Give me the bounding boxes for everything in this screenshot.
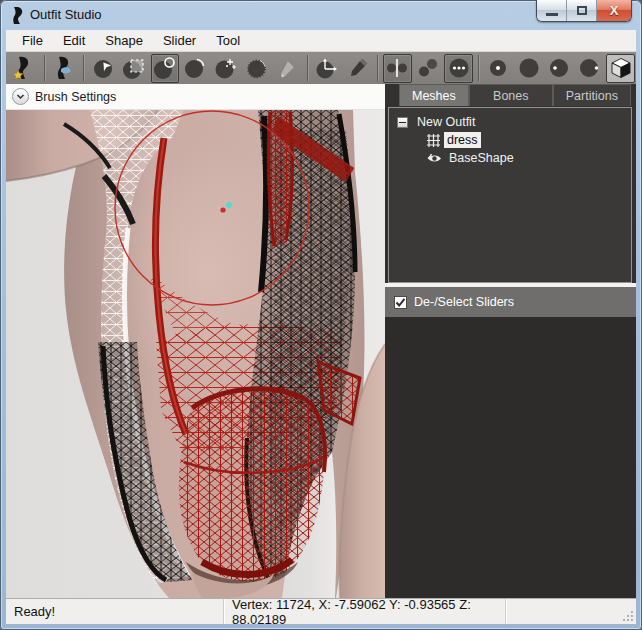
deflate-brush-icon[interactable] bbox=[181, 54, 210, 83]
brush-center-marker bbox=[220, 207, 225, 212]
tree-root-label: New Outfit bbox=[414, 114, 478, 130]
panel-tabs: Meshes Bones Partitions bbox=[385, 84, 636, 106]
status-vertex-pane: Vertex: 11724, X: -7.59062 Y: -0.93565 Z… bbox=[224, 599, 506, 624]
vertex-hover-marker bbox=[226, 202, 232, 208]
right-panel: Meshes Bones Partitions New Outfit dress… bbox=[385, 84, 636, 598]
window-controls: X bbox=[536, 0, 632, 22]
window-title: Outfit Studio bbox=[30, 7, 102, 22]
brush-dot-center-icon[interactable] bbox=[484, 54, 513, 83]
brush-settings-expand-button[interactable] bbox=[12, 88, 29, 105]
outfit-studio-window: Outfit Studio X File Edit Shape Slider T… bbox=[0, 0, 642, 630]
x-mirror-icon[interactable] bbox=[383, 54, 412, 83]
resize-grip[interactable] bbox=[622, 610, 634, 622]
title-bar[interactable]: Outfit Studio X bbox=[0, 0, 642, 30]
maximize-icon bbox=[577, 6, 587, 15]
toggle-cube-view-icon[interactable] bbox=[606, 54, 635, 83]
undiff-brush-icon[interactable] bbox=[242, 54, 271, 83]
toolbar-separator bbox=[307, 55, 308, 81]
brush-settings-bar: Brush Settings bbox=[6, 84, 385, 110]
mesh-tree: New Outfit dress BaseShape bbox=[388, 107, 632, 283]
weight-brush-icon[interactable] bbox=[273, 54, 302, 83]
app-icon bbox=[10, 7, 25, 28]
inflate-brush-icon[interactable] bbox=[151, 54, 180, 83]
slider-list-empty bbox=[385, 317, 636, 598]
load-reference-icon[interactable] bbox=[50, 54, 79, 83]
tab-bones[interactable]: Bones bbox=[469, 84, 553, 106]
check-icon bbox=[395, 297, 406, 308]
smooth-brush-icon[interactable] bbox=[212, 54, 241, 83]
menu-file[interactable]: File bbox=[12, 31, 53, 50]
maximize-button[interactable] bbox=[567, 0, 597, 21]
tree-dress-label: dress bbox=[444, 132, 481, 148]
close-icon: X bbox=[610, 4, 619, 17]
minimize-button[interactable] bbox=[537, 0, 567, 21]
menu-edit[interactable]: Edit bbox=[53, 31, 95, 50]
minimize-icon bbox=[546, 13, 558, 16]
slider-section-header: De-/Select Sliders bbox=[385, 287, 636, 317]
close-button[interactable]: X bbox=[597, 0, 631, 21]
connected-brush-icon[interactable] bbox=[414, 54, 443, 83]
brush-plain-circle-icon[interactable] bbox=[515, 54, 544, 83]
toolbar-separator bbox=[83, 55, 84, 81]
menu-shape[interactable]: Shape bbox=[95, 31, 153, 50]
brush-dot-right-icon[interactable] bbox=[576, 54, 605, 83]
vertex-edit-pencil-icon[interactable] bbox=[343, 54, 372, 83]
deselect-sliders-checkbox[interactable] bbox=[394, 296, 407, 309]
select-tool-icon[interactable] bbox=[89, 54, 118, 83]
chevron-down-icon bbox=[15, 91, 26, 102]
status-empty-pane bbox=[506, 599, 636, 624]
tab-partitions[interactable]: Partitions bbox=[553, 84, 631, 106]
transform-tool-icon[interactable] bbox=[313, 54, 342, 83]
menu-bar: File Edit Shape Slider Tool bbox=[6, 30, 636, 52]
viewport-scene bbox=[6, 110, 385, 598]
tab-meshes[interactable]: Meshes bbox=[399, 84, 469, 106]
tree-item-new-outfit[interactable]: New Outfit bbox=[389, 113, 631, 131]
status-bar: Ready! Vertex: 11724, X: -7.59062 Y: -0.… bbox=[6, 598, 636, 624]
toolbar-separator bbox=[44, 55, 45, 81]
toolbar-separator bbox=[478, 55, 479, 81]
deselect-sliders-label: De-/Select Sliders bbox=[414, 295, 514, 309]
tree-baseshape-label: BaseShape bbox=[446, 150, 517, 166]
collapse-icon[interactable] bbox=[397, 117, 408, 128]
status-message: Ready! bbox=[14, 604, 55, 619]
menu-slider[interactable]: Slider bbox=[153, 31, 206, 50]
toolbar-separator bbox=[377, 55, 378, 81]
eye-icon bbox=[427, 153, 442, 164]
mask-brush-icon[interactable] bbox=[120, 54, 149, 83]
toolbar bbox=[6, 52, 636, 84]
new-project-icon[interactable] bbox=[10, 54, 39, 83]
vertex-info: Vertex: 11724, X: -7.59062 Y: -0.93565 Z… bbox=[232, 597, 505, 627]
status-message-pane: Ready! bbox=[6, 599, 224, 624]
global-brush-icon[interactable] bbox=[444, 54, 473, 83]
tree-item-dress[interactable]: dress bbox=[389, 131, 631, 149]
brush-settings-label: Brush Settings bbox=[35, 90, 116, 104]
viewport-3d[interactable] bbox=[6, 110, 385, 598]
menu-tool[interactable]: Tool bbox=[206, 31, 250, 50]
tree-item-baseshape[interactable]: BaseShape bbox=[389, 149, 631, 167]
brush-dot-left-icon[interactable] bbox=[545, 54, 574, 83]
mesh-grid-icon bbox=[427, 134, 440, 147]
